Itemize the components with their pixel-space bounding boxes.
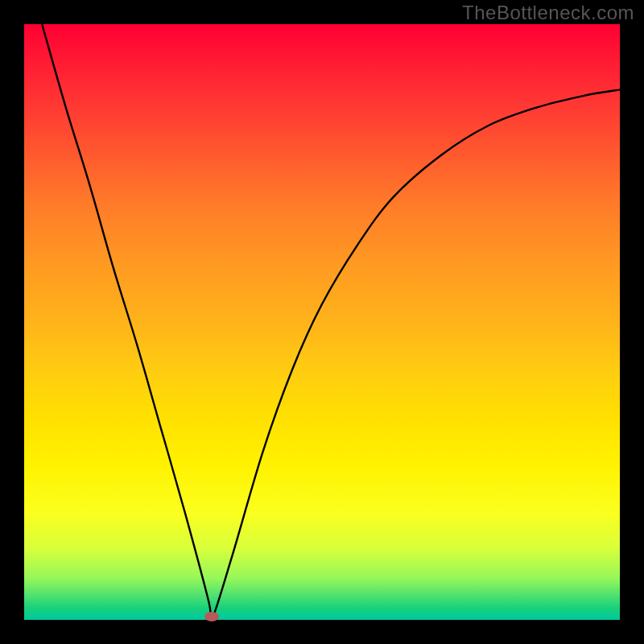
minimum-marker	[204, 612, 219, 621]
plot-background	[24, 24, 620, 620]
chart-frame: TheBottleneck.com	[0, 0, 644, 644]
watermark-text: TheBottleneck.com	[462, 2, 634, 24]
